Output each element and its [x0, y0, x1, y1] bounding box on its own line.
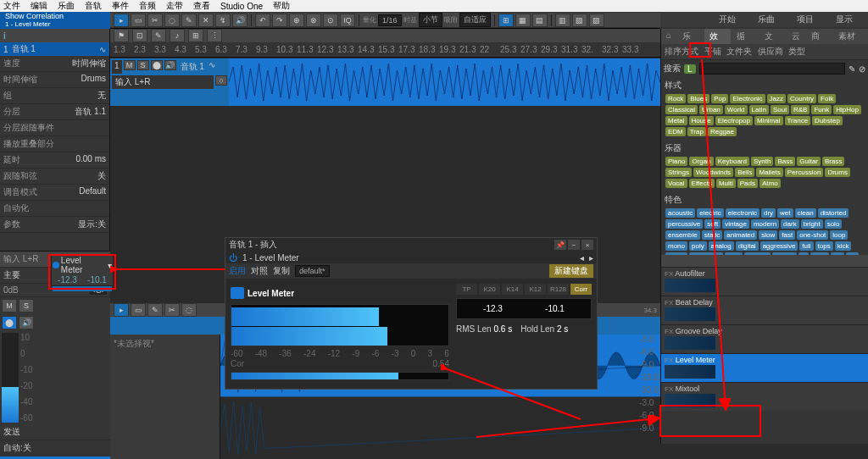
tag[interactable]: percussive — [665, 219, 703, 229]
prop-row[interactable]: 组无 — [0, 88, 109, 104]
menu-event[interactable]: 事件 — [112, 0, 129, 12]
marker-5[interactable]: ⊞ — [188, 29, 203, 42]
search-input[interactable] — [699, 63, 845, 75]
tag[interactable]: Rock — [665, 94, 686, 103]
prop-row[interactable]: 调音模式Default — [0, 185, 109, 201]
fx-item-mixtool[interactable]: FX Mixtool — [661, 382, 868, 411]
tag[interactable]: Urban — [699, 105, 723, 114]
plugin-tab-copy[interactable]: 复制 — [273, 265, 290, 277]
prev-preset[interactable]: ◂ — [580, 253, 584, 263]
pin-button[interactable]: 📌 — [554, 240, 566, 250]
redo-button[interactable]: ↷ — [272, 14, 287, 27]
mode-corr[interactable]: Corr — [570, 284, 592, 295]
menu-song[interactable]: 乐曲 — [58, 0, 75, 12]
view-a[interactable]: ▦ — [515, 14, 531, 27]
tag[interactable]: Pop — [711, 94, 728, 103]
tag[interactable]: mono — [665, 241, 687, 251]
menu-help[interactable]: 帮助 — [273, 0, 290, 12]
search-badge[interactable]: L — [684, 64, 696, 74]
tag[interactable]: Effects — [689, 179, 715, 188]
view-b[interactable]: ▤ — [532, 14, 548, 27]
fx-item-groove-delay[interactable]: FX Groove Delay — [661, 324, 868, 353]
tag[interactable]: electric — [697, 208, 723, 218]
tag[interactable]: Synth — [751, 157, 773, 166]
tab-files[interactable]: 文件 — [760, 29, 786, 44]
menu-edit[interactable]: 编辑 — [31, 0, 47, 12]
tag[interactable]: Blues — [687, 94, 709, 103]
prop-row[interactable]: 分层音轨 1.1 — [0, 104, 109, 120]
tag[interactable]: fast — [779, 230, 795, 240]
mixer-mute[interactable]: M — [2, 299, 17, 312]
tag[interactable]: bright — [801, 219, 823, 229]
clear-icon[interactable]: ⊘ — [859, 64, 865, 74]
tag[interactable]: Percussion — [785, 168, 824, 177]
tag[interactable]: wet — [777, 208, 793, 218]
mute-button[interactable]: M — [124, 60, 136, 70]
prop-row[interactable]: 参数显示:关 — [0, 217, 109, 233]
tag[interactable]: Piano — [665, 157, 687, 166]
tag[interactable]: Jazz — [767, 94, 786, 103]
menu-view[interactable]: 查看 — [193, 0, 210, 12]
plugin-titlebar[interactable]: 音轨 1 - 插入 📌 − × — [225, 238, 597, 252]
tag[interactable]: Electropop — [715, 116, 753, 125]
close-button[interactable]: × — [581, 240, 593, 250]
arrow-tool[interactable]: ▸ — [114, 14, 129, 27]
tag[interactable]: R&B — [791, 105, 810, 114]
menu-track[interactable]: 音轨 — [85, 0, 102, 12]
tag[interactable]: tops — [815, 241, 833, 251]
plugin-tab-compare[interactable]: 对照 — [251, 265, 268, 277]
fx-item-autofilter[interactable]: FX Autofilter — [661, 267, 868, 296]
marker-3[interactable]: ✎ — [151, 29, 166, 42]
erase-tool[interactable]: ◌ — [164, 14, 180, 27]
next-preset[interactable]: ▸ — [589, 253, 593, 263]
tag[interactable]: World — [725, 105, 748, 114]
rms-value[interactable]: 0.6 s — [493, 324, 512, 334]
snap-toggle[interactable]: ⊞ — [498, 14, 514, 27]
tag[interactable]: solo — [825, 219, 843, 229]
mode-k20[interactable]: K20 — [479, 284, 500, 295]
info-icon[interactable]: i — [3, 31, 6, 41]
tag[interactable]: Reggae — [708, 127, 737, 136]
tag[interactable]: digital — [736, 241, 759, 251]
tab-pool[interactable]: 素材池 — [833, 29, 868, 44]
tag[interactable]: modern — [751, 219, 779, 229]
hold-value[interactable]: 2 s — [557, 324, 568, 334]
mixer-solo[interactable]: S — [19, 299, 34, 312]
fx-item-beat-delay[interactable]: FX Beat Delay — [661, 296, 868, 324]
tag[interactable]: Organ — [689, 157, 713, 166]
tag[interactable]: Bells — [735, 168, 754, 177]
tag[interactable]: Bass — [775, 157, 795, 166]
la-cut[interactable]: ✂ — [164, 303, 180, 317]
view-c[interactable]: ▥ — [555, 14, 570, 27]
tab-project[interactable]: 项目 — [788, 12, 822, 27]
tag[interactable]: Drums — [825, 168, 850, 177]
tag[interactable]: poly — [689, 241, 707, 251]
prop-row[interactable]: 延时0.00 ms — [0, 152, 109, 169]
tag[interactable]: Pads — [737, 179, 758, 188]
mode-k12[interactable]: K12 — [525, 284, 546, 295]
la-erase[interactable]: ◌ — [181, 303, 197, 317]
power-icon[interactable]: ⏻ — [229, 253, 237, 263]
tag[interactable]: full — [799, 241, 813, 251]
menu-transport[interactable]: 走带 — [166, 0, 183, 12]
tag[interactable]: Guitar — [797, 157, 821, 166]
tag[interactable]: slow — [759, 230, 777, 240]
menu-file[interactable]: 文件 — [3, 0, 20, 12]
draw-tool[interactable]: ✎ — [181, 14, 197, 27]
track-header[interactable]: 1 音轨 1 ∿ — [0, 42, 109, 56]
preset-dropdown[interactable]: default* — [295, 265, 330, 277]
tag[interactable]: Dubstep — [812, 116, 843, 125]
tag[interactable]: Minimal — [754, 116, 783, 125]
tab-display[interactable]: 显示 — [827, 12, 861, 27]
input-label[interactable]: 输入 L+R — [112, 75, 214, 89]
menu-audio[interactable]: 音频 — [139, 0, 156, 12]
tag[interactable]: Atmo — [760, 179, 781, 188]
fader[interactable] — [2, 333, 19, 423]
tag[interactable]: Mallets — [756, 168, 782, 177]
tag[interactable]: EDM — [665, 127, 686, 136]
prop-row[interactable]: 速度时间伸缩 — [0, 56, 109, 72]
action-a[interactable]: ⊕ — [289, 14, 304, 27]
tag[interactable]: Trance — [785, 116, 811, 125]
tag[interactable]: Soul — [771, 105, 789, 114]
tag[interactable]: static — [702, 230, 723, 240]
